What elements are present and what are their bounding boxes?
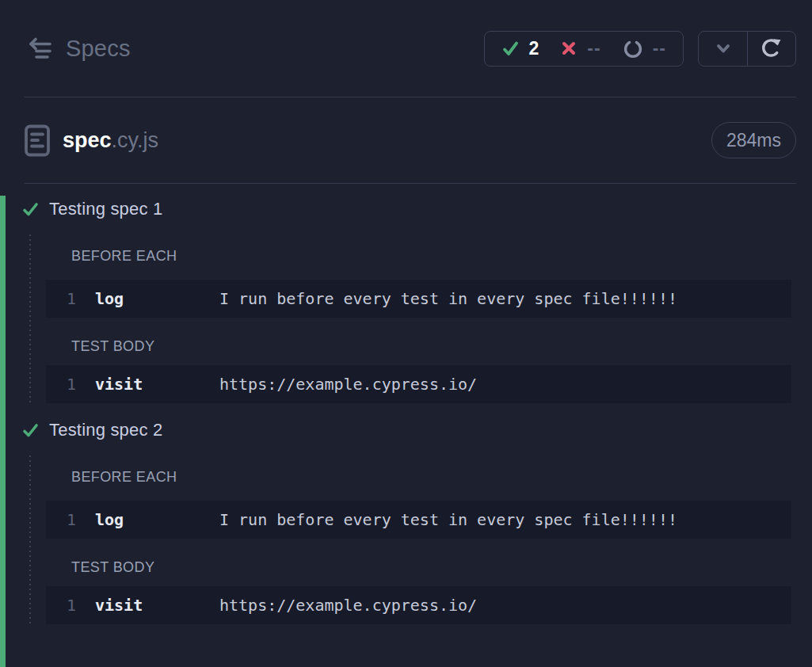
page-title: Specs [66, 36, 131, 62]
command-row[interactable]: 1 log I run before every test in every s… [46, 280, 791, 318]
command-number: 1 [46, 510, 81, 529]
command-number: 1 [46, 375, 81, 394]
suite-pass-indicator-bar [0, 196, 6, 667]
pending-count: -- [653, 38, 666, 59]
command-message: I run before every test in every spec fi… [219, 510, 791, 529]
command-message: I run before every test in every spec fi… [219, 289, 791, 308]
failed-x-icon [560, 40, 578, 57]
refresh-icon [760, 36, 783, 60]
command-message: https://example.cypress.io/ [219, 596, 791, 615]
passed-check-icon [501, 40, 520, 58]
runner-controls [698, 31, 796, 67]
rerun-tests-button[interactable] [747, 32, 795, 66]
command-number: 1 [46, 289, 81, 308]
command-row[interactable]: 1 log I run before every test in every s… [46, 501, 791, 539]
spec-divider [25, 183, 796, 184]
hook-label: BEFORE EACH [29, 234, 812, 265]
command-name: log [95, 289, 219, 308]
command-name: visit [95, 375, 219, 394]
test-title: Testing spec 1 [49, 199, 162, 219]
hook-label: TEST BODY [29, 318, 812, 355]
options-chevron-button[interactable] [699, 32, 747, 66]
spec-duration-badge: 284ms [711, 122, 796, 158]
test-block-2: Testing spec 2 BEFORE EACH 1 log I run b… [0, 417, 812, 626]
test-block-1: Testing spec 1 BEFORE EACH 1 log I run b… [0, 196, 812, 405]
command-name: log [95, 510, 219, 529]
spec-file-row: spec.cy.js 284ms [0, 97, 812, 183]
spec-filename: spec.cy.js [63, 128, 158, 153]
runnables-list: Testing spec 1 BEFORE EACH 1 log I run b… [0, 196, 812, 667]
chevron-down-icon [712, 37, 734, 59]
command-row[interactable]: 1 visit https://example.cypress.io/ [46, 365, 791, 403]
test-passed-check-icon [22, 201, 39, 218]
command-name: visit [95, 596, 219, 615]
command-number: 1 [46, 596, 81, 615]
test-stats: 2 -- -- [484, 31, 684, 67]
command-row[interactable]: 1 visit https://example.cypress.io/ [46, 586, 791, 624]
test-1-title-row[interactable]: Testing spec 1 [22, 196, 812, 223]
test-1-hooks: BEFORE EACH 1 log I run before every tes… [29, 234, 812, 405]
failed-count: -- [587, 38, 600, 59]
command-message: https://example.cypress.io/ [219, 375, 791, 394]
test-passed-check-icon [22, 422, 39, 439]
cypress-reporter: Specs 2 -- [0, 0, 812, 667]
reporter-header: Specs 2 -- [0, 0, 812, 97]
hook-label: BEFORE EACH [29, 455, 812, 486]
specs-list-arrow-icon [25, 36, 53, 60]
pending-running-icon [623, 38, 643, 59]
test-2-hooks: BEFORE EACH 1 log I run before every tes… [29, 455, 812, 626]
hook-label: TEST BODY [29, 539, 812, 576]
document-icon [25, 124, 50, 157]
back-to-specs-button[interactable]: Specs [25, 36, 131, 62]
test-title: Testing spec 2 [49, 420, 162, 440]
passed-count: 2 [529, 38, 539, 59]
test-2-title-row[interactable]: Testing spec 2 [22, 417, 812, 444]
